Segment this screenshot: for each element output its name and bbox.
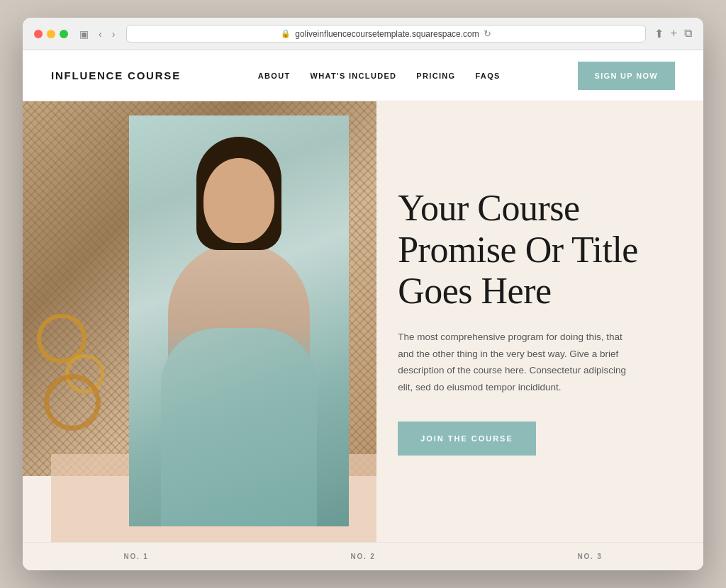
url-text: goliveinfluencecoursetemplate.squarespac…: [295, 29, 479, 39]
browser-actions: ⬆ + ⧉: [654, 27, 692, 40]
navigation: INFLUENCE COURSE ABOUT WHAT'S INCLUDED P…: [23, 50, 703, 101]
browser-window: ▣ ‹ › 🔒 goliveinfluencecoursetemplate.sq…: [23, 18, 703, 570]
signup-button[interactable]: SIGN UP NOW: [578, 62, 676, 90]
join-course-button[interactable]: JOIN THE COURSE: [398, 422, 536, 456]
portrait-image: [129, 115, 349, 526]
browser-chrome: ▣ ‹ › 🔒 goliveinfluencecoursetemplate.sq…: [23, 18, 703, 50]
nav-faqs[interactable]: FAQS: [475, 72, 500, 80]
hero-content: Your Course Promise Or Title Goes Here T…: [376, 101, 703, 542]
number-1: NO. 1: [123, 553, 148, 560]
sidebar-toggle-icon[interactable]: ▣: [77, 27, 91, 41]
close-button[interactable]: [34, 30, 43, 38]
tabs-icon[interactable]: ⧉: [684, 27, 692, 40]
new-tab-icon[interactable]: +: [671, 27, 677, 40]
traffic-lights: [34, 30, 68, 38]
portrait-sweater: [161, 328, 317, 526]
portrait-hair: [196, 137, 281, 250]
share-icon[interactable]: ⬆: [654, 27, 664, 40]
refresh-icon[interactable]: ↻: [484, 28, 491, 39]
jewelry-ring-3: [44, 374, 101, 431]
hero-section: Your Course Promise Or Title Goes Here T…: [23, 101, 703, 542]
minimize-button[interactable]: [47, 30, 55, 38]
nav-links: ABOUT WHAT'S INCLUDED PRICING FAQS: [258, 72, 501, 80]
maximize-button[interactable]: [60, 30, 68, 38]
site-logo: INFLUENCE COURSE: [51, 69, 181, 81]
forward-icon[interactable]: ›: [109, 27, 118, 41]
number-2: NO. 2: [350, 553, 375, 560]
hero-description: The most comprehensive program for doing…: [398, 329, 639, 396]
hero-title: Your Course Promise Or Title Goes Here: [398, 188, 668, 312]
browser-controls: ▣ ‹ ›: [77, 27, 118, 41]
address-bar[interactable]: 🔒 goliveinfluencecoursetemplate.squaresp…: [126, 25, 645, 43]
lock-icon: 🔒: [281, 29, 291, 38]
website: INFLUENCE COURSE ABOUT WHAT'S INCLUDED P…: [23, 50, 703, 570]
bottom-numbers: NO. 1 NO. 2 NO. 3: [23, 542, 703, 570]
hero-images: [23, 101, 376, 542]
nav-pricing[interactable]: PRICING: [416, 72, 455, 80]
nav-about[interactable]: ABOUT: [258, 72, 291, 80]
back-icon[interactable]: ‹: [96, 27, 105, 41]
number-3: NO. 3: [577, 553, 602, 560]
nav-whats-included[interactable]: WHAT'S INCLUDED: [311, 72, 397, 80]
